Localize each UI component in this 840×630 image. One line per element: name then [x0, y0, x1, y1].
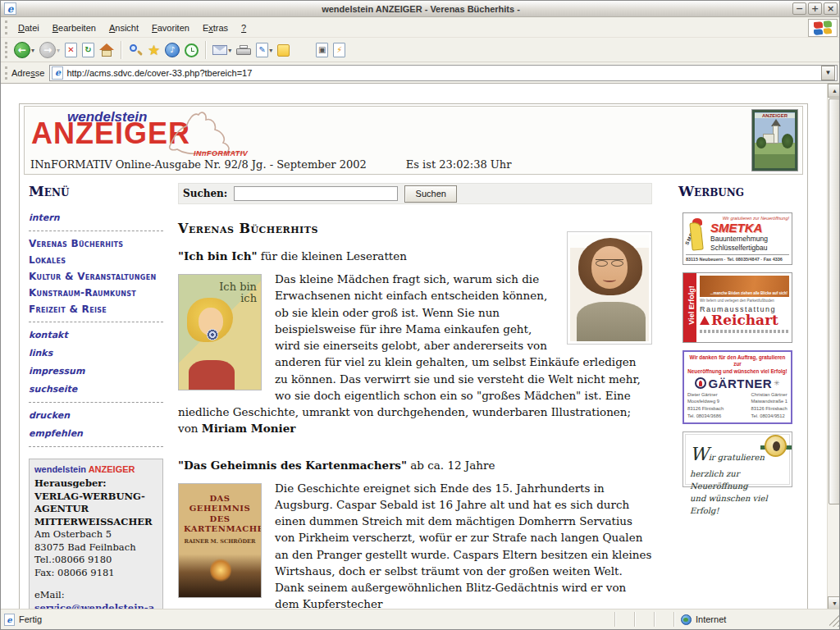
- address-url[interactable]: http://acms.sdvc.de/cover-33.php?tbereic…: [66, 68, 821, 78]
- edit-button[interactable]: ✎▾: [253, 39, 275, 61]
- sidebar-item-suchseite[interactable]: suchseite: [29, 384, 170, 395]
- publisher-name: VERLAG-WERBUNG-AGENTUR MITTERWEISSACHER: [34, 491, 158, 529]
- title-bar[interactable]: e wendelstein ANZEIGER - Verenas Bücherh…: [1, 1, 840, 17]
- ad-reichart[interactable]: Viel Erfolg! ...manche Böden ziehen alle…: [682, 272, 792, 343]
- folder-bolt-button[interactable]: ⚡: [331, 39, 348, 61]
- sidebar-item-drucken[interactable]: drucken: [29, 410, 170, 421]
- ad-gaertner[interactable]: Wir danken für den Auftrag, gratulieren …: [682, 350, 792, 423]
- sidebar-item-freizeit-reise[interactable]: Freizeit & Reise: [29, 304, 170, 315]
- menu-favoriten[interactable]: Favoriten: [145, 21, 196, 35]
- back-button[interactable]: ←▾: [11, 39, 37, 61]
- ad-smetka[interactable]: SMETKA Wir gratulieren zur Neueröffnung!…: [682, 212, 792, 265]
- toolbar: ←▾ →▾ ✕ ↻ ★ ♪ ▾ ✎▾ ▣ ⚡: [1, 39, 840, 62]
- sidebar-item-verenas-buecherhits[interactable]: Verenas Bücherhits: [29, 238, 170, 249]
- article-kartenmacher: "Das Geheimnis des Kartenmachers" ab ca.…: [178, 459, 652, 611]
- toolbar-separator: [205, 41, 206, 59]
- sidebar-item-lokales[interactable]: Lokales: [29, 254, 170, 266]
- menu-divider: [29, 231, 163, 231]
- print-button[interactable]: [234, 39, 253, 61]
- vertical-scrollbar[interactable]: ▲ ▼: [827, 84, 840, 610]
- gaertner-contact-dieter: Dieter GärtnerMoosfeldweg 9 83126 Flints…: [687, 391, 724, 420]
- status-bar: e Fertig Internet: [1, 609, 840, 629]
- media-button[interactable]: ♪: [162, 39, 182, 61]
- maximize-button[interactable]: +: [808, 2, 822, 15]
- sidebar-title: Menü: [29, 183, 170, 199]
- forward-button[interactable]: →▾: [37, 39, 62, 61]
- search-button[interactable]: [126, 39, 145, 61]
- book-cover-kartenmacher: Das Geheimnis des Kartenmachers Rainer M…: [178, 483, 262, 598]
- close-button[interactable]: ×: [824, 2, 838, 15]
- glasses-shape: [596, 259, 623, 267]
- stop-button[interactable]: ✕: [62, 39, 80, 61]
- parquet-floor-image: ...manche Böden ziehen alle Blicke auf s…: [700, 276, 789, 297]
- gaertner-brand: GÄRTNER: [708, 377, 772, 390]
- toolbar-grip[interactable]: [5, 42, 9, 58]
- publisher-fax: Fax: 08066 9181: [34, 567, 158, 580]
- gaertner-mark-icon: ✳: [774, 379, 780, 387]
- sidebar-item-empfehlen[interactable]: empfehlen: [29, 428, 170, 439]
- info-brand-anzeiger: ANZEIGER: [89, 464, 135, 474]
- addressbar-grip[interactable]: [5, 66, 9, 80]
- ads-column: Werbung SMETKA Wir gratulieren zur Neuer…: [678, 183, 806, 495]
- gaertner-header2: Neueröffnung und wünschen viel Erfolg!: [686, 368, 789, 375]
- smetka-brand: SMETKA: [710, 221, 789, 235]
- logo-informativ: INnFORMATIV: [194, 149, 248, 158]
- lollipop-shape: [207, 329, 218, 340]
- magazine-cover-title: ANZEIGER: [755, 113, 795, 118]
- sidebar-item-links[interactable]: links: [29, 348, 170, 358]
- menu-extras[interactable]: Extras: [196, 21, 235, 35]
- refresh-button[interactable]: ↻: [80, 39, 97, 61]
- stop-icon: ✕: [65, 43, 77, 57]
- resize-grip[interactable]: [829, 612, 840, 627]
- windows-flag-icon: [814, 21, 832, 35]
- folder-lightning-icon: ⚡: [333, 43, 345, 57]
- mail-button[interactable]: ▾: [210, 39, 234, 61]
- address-dropdown-button[interactable]: ▼: [821, 66, 835, 80]
- publisher-city: 83075 Bad Feilnbach: [34, 541, 158, 555]
- toolbar-separator: [121, 41, 121, 59]
- sidebar-item-intern[interactable]: intern: [29, 212, 170, 223]
- info-brand-wendelstein: wendelstein: [34, 464, 86, 474]
- scroll-up-button[interactable]: ▲: [828, 84, 840, 98]
- gaertner-header1: Wir danken für den Auftrag, gratulieren …: [686, 354, 789, 368]
- menu-ansicht[interactable]: Ansicht: [103, 21, 145, 35]
- ad-congratulation-card[interactable]: Wir gratulieren herzlich zur Neueröffnun…: [682, 431, 792, 487]
- discuss-button[interactable]: [275, 39, 292, 61]
- menu-bearbeiten[interactable]: Bearbeiten: [46, 21, 103, 35]
- site-logo[interactable]: wendelstein ANZEIGER INnFORMATIV: [30, 108, 300, 159]
- magazine-cover-thumbnail[interactable]: ANZEIGER: [751, 109, 798, 171]
- home-button[interactable]: [97, 39, 116, 61]
- reichart-caption: ...manche Böden ziehen alle Blicke auf s…: [710, 291, 788, 295]
- status-page-icon: e: [4, 614, 15, 626]
- search-input[interactable]: [234, 186, 398, 201]
- scrollbar-thumb[interactable]: [829, 98, 840, 504]
- address-input-box[interactable]: e http://acms.sdvc.de/cover-33.php?tbere…: [49, 65, 838, 81]
- gaertner-contact-christian: Christian GärtnerMaiwandstraße 1 83126 F…: [751, 391, 788, 420]
- sidebar-item-impressum[interactable]: impressum: [29, 366, 170, 377]
- status-pane: [654, 612, 673, 627]
- smetka-line2: Schlüsselfertigbau: [710, 244, 789, 253]
- publisher-info-box: wendelstein ANZEIGER Herausgeber: VERLAG…: [29, 459, 163, 610]
- sidebar-item-kontakt[interactable]: kontakt: [29, 330, 170, 340]
- author-name: Miriam Monier: [202, 422, 296, 435]
- author-photo: [567, 231, 652, 345]
- menubar-grip[interactable]: [5, 21, 9, 34]
- sidebar-item-kunstraum-raumkunst[interactable]: Kunstraum-Raumkunst: [29, 287, 170, 299]
- mail-icon: [212, 45, 227, 55]
- internet-zone-icon: [681, 614, 692, 625]
- menu-hilfe[interactable]: ?: [235, 21, 253, 35]
- cover-title-line1: Ich bin: [219, 281, 257, 293]
- favorites-button[interactable]: ★: [145, 39, 162, 61]
- sidebar-item-kultur-veranstaltungen[interactable]: Kultur & Veranstaltungen: [29, 271, 170, 282]
- search-submit-button[interactable]: Suchen: [404, 185, 457, 203]
- address-label: Adresse: [11, 68, 44, 78]
- favorites-star-icon: ★: [148, 43, 160, 57]
- cover-author: Rainer M. Schröder: [179, 538, 261, 545]
- smetka-tower-logo: SMETKA: [686, 216, 707, 252]
- discuss-note-icon: [277, 44, 290, 57]
- pda-sync-button[interactable]: ▣: [313, 39, 331, 61]
- menu-datei[interactable]: Datei: [11, 21, 46, 35]
- history-clock-icon: [185, 43, 199, 57]
- history-button[interactable]: [182, 39, 201, 61]
- minimize-button[interactable]: −: [792, 2, 806, 15]
